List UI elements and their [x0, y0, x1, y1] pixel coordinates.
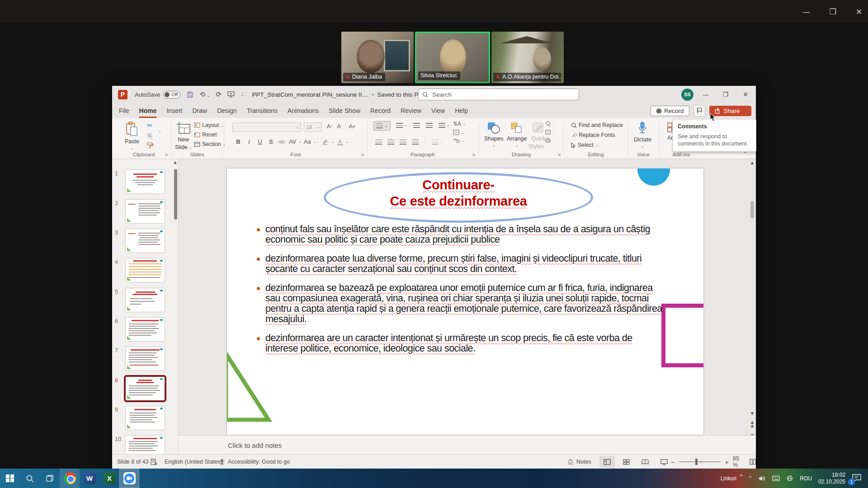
copy-icon[interactable]: ⎘: [146, 132, 153, 140]
align-right-icon[interactable]: [400, 140, 406, 145]
tab-help[interactable]: Help: [450, 104, 473, 118]
numbering-chevron-icon[interactable]: ⌄: [404, 123, 407, 128]
zoom-close-button[interactable]: ✕: [854, 7, 864, 16]
slideshow-view-button[interactable]: [656, 456, 672, 468]
zoom-slider[interactable]: [679, 461, 721, 462]
slide-thumbnail-7[interactable]: 7: [112, 347, 178, 373]
slide-body-text[interactable]: conținut fals sau înșelător care este ră…: [257, 224, 665, 362]
taskbar-search-button[interactable]: [20, 469, 40, 488]
paragraph-dialog-launcher-icon[interactable]: ⇲: [472, 152, 475, 157]
numbered-list-icon[interactable]: [396, 123, 403, 128]
scroll-up-arrow-icon[interactable]: ▲: [174, 160, 177, 164]
text-direction-icon[interactable]: ⇅A: [453, 121, 461, 127]
tab-record[interactable]: Record: [365, 104, 396, 118]
dictate-button[interactable]: Dictate ⌄: [634, 122, 651, 148]
ppt-close-button[interactable]: ✕: [738, 87, 753, 102]
clear-formatting-button[interactable]: A⌀: [347, 122, 357, 131]
magenta-rectangle-shape[interactable]: [661, 304, 703, 367]
character-spacing-button[interactable]: AV: [288, 137, 297, 146]
links-toolbar[interactable]: Linkuri»: [721, 475, 742, 482]
tab-view[interactable]: View: [426, 104, 450, 118]
slide-thumbnail-6[interactable]: 6: [112, 317, 178, 343]
language-indicator[interactable]: ROU: [800, 475, 812, 482]
network-icon[interactable]: [786, 475, 793, 481]
search-box[interactable]: [418, 89, 579, 100]
volume-icon[interactable]: [759, 475, 766, 482]
touch-keyboard-icon[interactable]: [772, 475, 780, 481]
text-shadow-button[interactable]: S: [266, 137, 276, 146]
save-icon[interactable]: [187, 91, 193, 98]
align-center-icon[interactable]: [387, 140, 394, 145]
tab-slide-show[interactable]: Slide Show: [324, 104, 365, 118]
zoom-in-button[interactable]: +: [725, 458, 729, 466]
line-spacing-chevron-icon[interactable]: ⌄: [447, 123, 450, 128]
highlight-chevron-icon[interactable]: ⌄: [331, 140, 334, 144]
ppt-minimize-button[interactable]: —: [698, 87, 713, 102]
increase-font-size-button[interactable]: A^: [325, 122, 335, 131]
tab-review[interactable]: Review: [396, 104, 426, 118]
new-slide-button[interactable]: New Slide⌄: [175, 122, 192, 150]
decrease-font-size-button[interactable]: Aˇ: [335, 122, 344, 131]
columns-chevron-icon[interactable]: ⌄: [440, 140, 443, 145]
change-case-chevron-icon[interactable]: ⌄: [313, 140, 316, 144]
thumbnails-scrollbar[interactable]: ▲: [174, 159, 177, 454]
convert-to-smartart-icon[interactable]: [453, 138, 460, 143]
shape-outline-icon[interactable]: [545, 129, 551, 135]
scrollbar-thumb[interactable]: [174, 169, 177, 220]
undo-icon[interactable]: ⟲ ⌄: [199, 90, 210, 99]
drawing-dialog-launcher-icon[interactable]: ⇲: [557, 152, 561, 157]
qat-customize-chevron-icon[interactable]: ⌄̄: [241, 92, 244, 97]
blue-circle-shape[interactable]: [637, 169, 670, 186]
slide-thumbnail-4[interactable]: 4: [112, 258, 178, 284]
ppt-restore-button[interactable]: ❐: [718, 87, 733, 102]
notes-toggle-button[interactable]: Notes: [567, 455, 591, 469]
tab-animations[interactable]: Animations: [283, 104, 324, 118]
slide-thumbnail-5[interactable]: 5: [112, 288, 178, 314]
tab-insert[interactable]: Insert: [161, 104, 187, 118]
decrease-indent-icon[interactable]: [413, 123, 420, 128]
zoom-slider-thumb[interactable]: [695, 459, 698, 465]
slide-thumbnail-1[interactable]: 1: [112, 169, 178, 196]
slide-scrollbar[interactable]: ▲ ▼ ▲▲ ▼▼: [750, 160, 755, 454]
video-tile-participant-1[interactable]: Diana Jalba: [341, 32, 414, 83]
slide-thumbnail-3[interactable]: 3: [112, 229, 178, 255]
saved-status[interactable]: Saved to this PC: [377, 91, 423, 98]
start-button[interactable]: [0, 469, 20, 488]
clock[interactable]: 18:02 02.10.2025: [818, 472, 845, 485]
font-size-combobox[interactable]: 18⌄: [304, 122, 322, 132]
columns-icon[interactable]: [432, 140, 439, 145]
tab-home[interactable]: Home: [134, 104, 162, 118]
italic-button[interactable]: I: [244, 137, 254, 146]
comments-button[interactable]: [693, 105, 705, 117]
normal-view-button[interactable]: [599, 456, 615, 468]
shape-fill-icon[interactable]: [545, 121, 551, 127]
proofing-status-button[interactable]: [151, 455, 157, 469]
bullets-button[interactable]: ⌄: [373, 121, 391, 131]
clipboard-dialog-launcher-icon[interactable]: ⇲: [164, 152, 168, 157]
zoom-minimize-button[interactable]: —: [801, 7, 812, 16]
cut-icon[interactable]: ✂: [146, 122, 153, 130]
increase-indent-icon[interactable]: [426, 123, 433, 128]
justify-icon[interactable]: [412, 140, 419, 145]
scrollbar-thumb[interactable]: [750, 201, 754, 218]
align-left-icon[interactable]: [375, 140, 382, 145]
tray-expand-chevron-icon[interactable]: ⌃: [748, 475, 752, 481]
task-view-button[interactable]: [40, 469, 60, 488]
font-name-combobox[interactable]: ⌄: [232, 122, 301, 132]
search-input[interactable]: [431, 91, 575, 99]
slide-title[interactable]: Continuare- Ce este dezinformarea: [324, 177, 593, 209]
align-text-icon[interactable]: [453, 130, 459, 135]
select-button[interactable]: Select⌄: [571, 142, 598, 148]
find-replace-button[interactable]: Find and Replace: [571, 122, 623, 128]
start-slideshow-icon[interactable]: [227, 91, 235, 98]
bold-button[interactable]: B: [233, 137, 243, 146]
tab-draw[interactable]: Draw: [187, 104, 212, 118]
scroll-down-arrow-icon[interactable]: ▼: [750, 411, 755, 416]
redo-icon[interactable]: ⟳: [216, 90, 222, 99]
copy-chevron-icon[interactable]: ⌄: [158, 129, 161, 133]
slide-canvas[interactable]: Continuare- Ce este dezinformarea conțin…: [227, 169, 703, 435]
taskbar-excel-button[interactable]: X: [99, 469, 119, 488]
taskbar-word-button[interactable]: W: [80, 469, 99, 488]
autosave-toggle[interactable]: Off: [163, 91, 180, 99]
tab-file[interactable]: File: [114, 104, 134, 118]
